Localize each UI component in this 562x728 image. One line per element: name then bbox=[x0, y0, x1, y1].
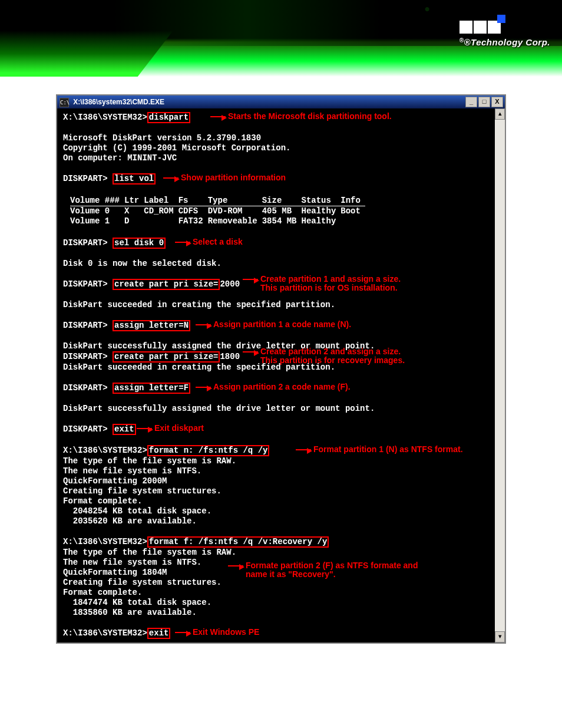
out-selected-disk: Disk 0 is now the selected disk. bbox=[63, 259, 492, 269]
page-header-graphic: ®®Technology Corp. bbox=[0, 0, 562, 77]
annot-diskpart: Starts the Microsoft disk partitioning t… bbox=[210, 112, 392, 121]
scrollbar[interactable]: ▴ ▾ bbox=[495, 108, 505, 643]
table-row: Volume 1 D FAT32 Removeable 3854 MB Heal… bbox=[70, 216, 365, 226]
prompt-sys32: X:\I386\SYSTEM32> bbox=[63, 113, 147, 122]
brand-logo: ®®Technology Corp. bbox=[459, 21, 550, 47]
cmd-assign-n: assign letter=N bbox=[113, 320, 190, 331]
out-fmt1-l7: 2035620 KB are available. bbox=[63, 516, 492, 526]
out-fmt2-l5: Format complete. bbox=[63, 588, 492, 598]
out-fmt1-l1: The type of the file system is RAW. bbox=[63, 456, 492, 466]
out-assign-ok-2: DiskPart successfully assigned the drive… bbox=[63, 404, 492, 414]
cmd-seldisk: sel disk 0 bbox=[113, 238, 166, 249]
cmd-exit-pe: exit bbox=[147, 628, 171, 639]
maximize-button[interactable]: □ bbox=[478, 97, 490, 107]
window-title-text: X:\I386\system32\CMD.EXE bbox=[73, 98, 164, 106]
window-titlebar[interactable]: C:\ X:\I386\system32\CMD.EXE _ □ X bbox=[57, 95, 505, 108]
out-create-ok-1: DiskPart succeeded in creating the speci… bbox=[63, 300, 492, 310]
out-fmt1-l4: Creating file system structures. bbox=[63, 486, 492, 496]
out-dp-copyright: Copyright (C) 1999-2001 Microsoft Corpor… bbox=[63, 143, 492, 153]
cmd-icon: C:\ bbox=[59, 98, 69, 107]
close-button[interactable]: X bbox=[491, 97, 503, 107]
cmd-create-part-1: create part pri size= bbox=[113, 279, 220, 290]
annot-seldisk: Select a disk bbox=[175, 238, 243, 246]
annot-create-part-1: Create partition 1 and assign a size. Th… bbox=[243, 275, 401, 292]
table-row: Volume 0 X CD_ROM CDFS DVD-ROM 405 MB He… bbox=[70, 206, 365, 217]
scroll-track[interactable] bbox=[495, 120, 505, 631]
cmd-assign-f: assign letter=F bbox=[113, 383, 190, 394]
out-fmt1-l3: QuickFormatting 2000M bbox=[63, 476, 492, 486]
cmd-create-part-2-size: 1800 bbox=[220, 352, 240, 361]
cmd-diskpart: diskpart bbox=[147, 112, 190, 123]
out-fmt2-l4: Creating file system structures. bbox=[63, 578, 492, 588]
volume-table: Volume ### Ltr Label Fs Type Size Status… bbox=[70, 196, 365, 226]
cmd-format-f: format f: /fs:ntfs /q /v:Recovery /y bbox=[147, 536, 329, 548]
scroll-down-button[interactable]: ▾ bbox=[495, 631, 505, 643]
annot-assign-f: Assign partition 2 a code name (F). bbox=[196, 383, 351, 391]
out-fmt2-l1: The type of the file system is RAW. bbox=[63, 548, 492, 558]
scroll-up-button[interactable]: ▴ bbox=[495, 108, 505, 120]
annot-listvol: Show partition information bbox=[163, 173, 286, 182]
cmd-create-part-2: create part pri size= bbox=[113, 351, 220, 363]
annot-exit-diskpart: Exit diskpart bbox=[137, 424, 204, 433]
out-fmt1-l2: The new file system is NTFS. bbox=[63, 466, 492, 476]
annot-create-part-2: Create partition 2 and assign a size. Th… bbox=[243, 347, 405, 365]
cmd-listvol: list vol bbox=[113, 173, 156, 185]
out-fmt2-l6: 1847474 KB total disk space. bbox=[63, 598, 492, 608]
annot-format-n: Format partition 1 (N) as NTFS format. bbox=[296, 445, 463, 454]
cmd-exit-diskpart: exit bbox=[113, 424, 136, 435]
brand-tagline: ®Technology Corp. bbox=[464, 37, 551, 47]
cmd-format-n: format n: /fs:ntfs /q /y bbox=[147, 445, 270, 456]
annot-format-f: Formate partition 2 (F) as NTFS formate … bbox=[228, 561, 418, 579]
cmd-create-part-1-size: 2000 bbox=[220, 279, 240, 289]
out-dp-computer: On computer: MININT-JVC bbox=[63, 153, 492, 163]
out-fmt1-l5: Format complete. bbox=[63, 496, 492, 506]
annot-assign-n: Assign partition 1 a code name (N). bbox=[196, 320, 351, 329]
out-dp-version: Microsoft DiskPart version 5.2.3790.1830 bbox=[63, 133, 492, 143]
annot-exit-pe: Exit Windows PE bbox=[175, 628, 259, 637]
minimize-button[interactable]: _ bbox=[465, 97, 477, 107]
cmd-window: C:\ X:\I386\system32\CMD.EXE _ □ X X:\I3… bbox=[56, 94, 506, 644]
out-fmt1-l6: 2048254 KB total disk space. bbox=[63, 506, 492, 516]
out-fmt2-l7: 1835860 KB are available. bbox=[63, 608, 492, 618]
terminal-body[interactable]: X:\I386\SYSTEM32>diskpart Starts the Mic… bbox=[57, 108, 505, 643]
prompt-diskpart: DISKPART> bbox=[63, 174, 108, 183]
